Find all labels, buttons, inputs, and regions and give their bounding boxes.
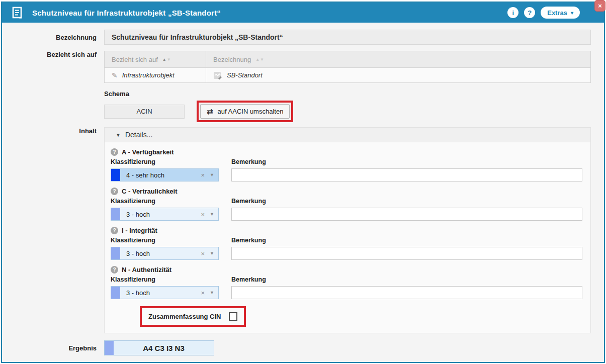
bemerkung-input-c[interactable] [231, 208, 582, 221]
table-row[interactable]: ✎ Infrastrukturobjekt SB-Standort [105, 67, 590, 82]
objekt-typ-value: Infrastrukturobjekt [122, 71, 175, 79]
sort-desc-icon[interactable]: ▼ [260, 57, 264, 62]
dropdown-arrow-icon[interactable]: ▼ [210, 251, 214, 256]
close-button[interactable]: × [594, 0, 605, 12]
highlight-box-schema-switch: ⇄ auf AACIN umschalten [197, 101, 293, 122]
schema-row: Schema ACIN ⇄ auf AACIN umschalten [2, 90, 604, 122]
inhalt-row: Inhalt ▼ Details... ? A - Verfügbarkeit … [2, 127, 604, 333]
help-icon: ? [528, 9, 532, 17]
dialog-titlebar: Schutzniveau für Infrastrukturobjekt „SB… [2, 3, 604, 23]
column-header-label: Bezieht sich auf [112, 56, 158, 63]
sort-icons: ▲▼ [162, 57, 171, 62]
reference-table-header: Bezieht sich auf ▲▼ Bezeichnung ▲▼ [105, 51, 590, 67]
document-icon [12, 7, 22, 19]
sort-asc-icon[interactable]: ▲ [255, 57, 259, 62]
question-icon[interactable]: ? [111, 188, 118, 195]
reference-table: Bezieht sich auf ▲▼ Bezeichnung ▲▼ ✎ Inf… [104, 51, 591, 83]
bemerkung-label: Bemerkung [231, 237, 582, 244]
ergebnis-label: Ergebnis [2, 344, 104, 352]
extras-button[interactable]: Extras ▾ [541, 7, 580, 19]
level-color-swatch [111, 287, 120, 299]
cell-objekt-name: SB-Standort [206, 68, 590, 82]
klassifizierung-value: 4 - sehr hoch [120, 171, 201, 179]
highlight-box-zusammenfassung: Zusammenfassung CIN [140, 306, 246, 327]
schema-switch-label: auf AACIN umschalten [218, 108, 284, 115]
clear-icon[interactable]: × [201, 211, 205, 218]
dialog-title: Schutzniveau für Infrastrukturobjekt „SB… [32, 9, 221, 17]
dialog-window: Schutzniveau für Infrastrukturobjekt „SB… [1, 2, 605, 363]
form-content: Bezeichnung Schutzniveau für Infrastrukt… [2, 23, 604, 355]
bezieht-row: Bezieht sich auf Bezieht sich auf ▲▼ Bez… [2, 51, 604, 83]
chevron-down-icon: ▾ [571, 10, 573, 16]
question-icon[interactable]: ? [111, 266, 118, 274]
info-button[interactable]: i [507, 7, 518, 18]
klassifizierung-value: 3 - hoch [120, 250, 201, 257]
dropdown-arrow-icon[interactable]: ▼ [210, 290, 214, 295]
level-color-swatch [111, 247, 120, 259]
bezeichnung-row: Bezeichnung Schutzniveau für Infrastrukt… [2, 30, 604, 45]
sort-desc-icon[interactable]: ▼ [167, 57, 171, 62]
section-title: C - Vertraulichkeit [122, 188, 178, 195]
klassifizierung-label: Klassifizierung [111, 198, 231, 205]
klassifizierung-select-i[interactable]: 3 - hoch × ▼ [111, 247, 219, 260]
section-authentizitaet: ? N - Authentizität Klassifizierung 3 - … [111, 266, 590, 299]
klassifizierung-select-c[interactable]: 3 - hoch × ▼ [111, 208, 219, 221]
column-header-label: Bezeichnung [213, 56, 251, 63]
bemerkung-label: Bemerkung [231, 198, 582, 205]
klassifizierung-value: 3 - hoch [120, 211, 201, 218]
bemerkung-label: Bemerkung [231, 158, 582, 165]
object-edit-icon [213, 71, 222, 80]
column-header-bezeichnung[interactable]: Bezeichnung ▲▼ [206, 51, 590, 67]
klassifizierung-label: Klassifizierung [111, 237, 231, 244]
extras-label: Extras [547, 9, 567, 17]
bezeichnung-field: Schutzniveau für Infrastrukturobjekt „SB… [104, 30, 591, 45]
titlebar-actions: i ? Extras ▾ [507, 7, 580, 19]
bezieht-label: Bezieht sich auf [2, 51, 104, 83]
inhalt-label: Inhalt [2, 127, 104, 333]
help-button[interactable]: ? [524, 7, 535, 18]
question-icon[interactable]: ? [111, 227, 118, 234]
bemerkung-input-n[interactable] [231, 286, 582, 299]
ergebnis-value: A4 C3 I3 N3 [114, 344, 214, 352]
klassifizierung-value: 3 - hoch [120, 289, 201, 297]
cell-objekt-typ: ✎ Infrastrukturobjekt [105, 68, 206, 82]
details-label: Details... [125, 131, 152, 139]
column-header-bezieht-sich-auf[interactable]: Bezieht sich auf ▲▼ [105, 51, 206, 67]
bemerkung-label: Bemerkung [231, 276, 582, 283]
schema-label: Schema [104, 90, 293, 98]
schema-group: Schema ACIN ⇄ auf AACIN umschalten [104, 90, 293, 122]
clear-icon[interactable]: × [201, 250, 205, 257]
sort-asc-icon[interactable]: ▲ [162, 57, 166, 62]
info-icon: i [512, 9, 514, 17]
bemerkung-input-a[interactable] [231, 168, 582, 181]
close-icon: × [598, 3, 602, 9]
sort-icons: ▲▼ [255, 57, 264, 62]
section-vertraulichkeit: ? C - Vertraulichkeit Klassifizierung 3 … [111, 188, 590, 221]
klassifizierung-label: Klassifizierung [111, 276, 231, 283]
zusammenfassung-checkbox[interactable] [229, 312, 237, 321]
transfer-icon: ⇄ [207, 107, 213, 116]
clear-icon[interactable]: × [201, 289, 205, 297]
schema-field: ACIN [104, 105, 185, 119]
level-color-swatch [111, 169, 120, 181]
question-icon[interactable]: ? [111, 148, 118, 156]
details-toggle[interactable]: ▼ Details... [105, 128, 590, 142]
section-integritaet: ? I - Integrität Klassifizierung 3 - hoc… [111, 227, 590, 260]
schema-switch-button[interactable]: ⇄ auf AACIN umschalten [200, 104, 290, 119]
section-title: A - Verfügbarkeit [122, 148, 174, 156]
klassifizierung-select-n[interactable]: 3 - hoch × ▼ [111, 286, 219, 299]
bemerkung-input-i[interactable] [231, 247, 582, 260]
klassifizierung-select-a[interactable]: 4 - sehr hoch × ▼ [111, 168, 219, 181]
dropdown-arrow-icon[interactable]: ▼ [210, 172, 214, 177]
clear-icon[interactable]: × [201, 171, 205, 179]
dropdown-arrow-icon[interactable]: ▼ [210, 212, 214, 217]
objekt-name-value: SB-Standort [227, 71, 263, 79]
collapse-caret-icon: ▼ [116, 132, 121, 138]
ergebnis-field: A4 C3 I3 N3 [104, 340, 214, 355]
section-title: I - Integrität [122, 227, 157, 234]
klassifizierung-label: Klassifizierung [111, 158, 231, 165]
bezeichnung-label: Bezeichnung [2, 34, 104, 41]
details-panel: ▼ Details... ? A - Verfügbarkeit Klassif… [104, 127, 591, 333]
section-title: N - Authentizität [122, 266, 171, 274]
ergebnis-row: Ergebnis A4 C3 I3 N3 [2, 340, 604, 355]
